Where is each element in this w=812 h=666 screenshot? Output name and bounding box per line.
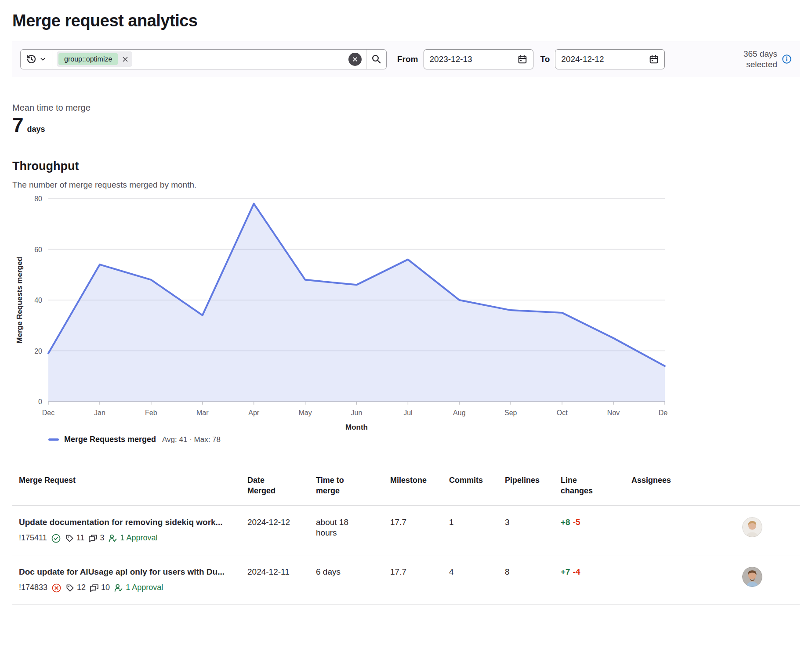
from-date-value: 2023-12-13 xyxy=(430,54,472,64)
additions: +8 xyxy=(561,518,570,527)
calendar-icon xyxy=(518,54,527,64)
assignee-avatar[interactable] xyxy=(742,567,762,587)
label-tag-icon xyxy=(65,534,74,543)
comments-icon xyxy=(90,583,99,593)
throughput-description: The number of merge requests merged by m… xyxy=(12,180,800,190)
svg-text:Feb: Feb xyxy=(145,409,157,416)
svg-text:40: 40 xyxy=(34,297,42,304)
col-header-date-merged: Date Merged xyxy=(241,469,309,505)
approvals-badge: 1 Approval xyxy=(114,583,163,593)
svg-text:Mar: Mar xyxy=(196,409,209,416)
history-icon xyxy=(26,54,36,64)
col-header-pipelines: Pipelines xyxy=(498,469,554,505)
approval-user-check-icon xyxy=(114,583,123,593)
filter-token[interactable]: group::optimize xyxy=(57,51,132,67)
chart-legend[interactable]: Merge Requests merged Avg: 41 · Max: 78 xyxy=(48,435,800,444)
throughput-area-chart: 020406080DecJanFebMarAprMayJunJulAugSepO… xyxy=(12,192,668,432)
mr-title-link[interactable]: Update documentation for removing sideki… xyxy=(19,517,236,528)
assignee-avatar[interactable] xyxy=(742,517,762,537)
svg-text:Merge Requests merged: Merge Requests merged xyxy=(15,257,24,343)
col-header-milestone: Milestone xyxy=(384,469,442,505)
mr-id: !174833 xyxy=(19,583,47,593)
svg-text:Jun: Jun xyxy=(351,409,362,416)
col-header-merge-request: Merge Request xyxy=(12,469,241,505)
comments-count: 3 xyxy=(100,533,104,543)
approval-user-check-icon xyxy=(108,534,117,543)
svg-text:Aug: Aug xyxy=(453,409,465,416)
svg-text:20: 20 xyxy=(34,347,42,355)
days-selected-text: 365 days selected xyxy=(743,49,777,70)
time-to-merge-cell: 6 days xyxy=(309,555,384,604)
milestone-cell[interactable]: 17.7 xyxy=(384,555,442,604)
search-icon xyxy=(371,54,381,64)
close-icon xyxy=(122,56,129,63)
labels-count: 12 xyxy=(77,583,86,593)
time-to-merge-cell: about 18 hours xyxy=(309,505,384,555)
filtered-search: group::optimize xyxy=(20,49,387,69)
additions: +7 xyxy=(561,567,570,576)
col-header-commits: Commits xyxy=(442,469,498,505)
legend-series-stats: Avg: 41 · Max: 78 xyxy=(162,435,221,444)
pipelines-cell: 8 xyxy=(498,555,554,604)
merge-requests-table: Merge Request Date Merged Time to merge … xyxy=(12,469,800,605)
approvals-count: 1 Approval xyxy=(120,533,157,543)
chevron-down-icon xyxy=(40,56,46,62)
calendar-icon xyxy=(649,54,659,64)
label-tag-icon xyxy=(65,583,75,593)
line-changes-cell: +8-5 xyxy=(554,505,625,555)
labels-count: 11 xyxy=(76,533,85,543)
svg-text:Jan: Jan xyxy=(94,409,105,416)
mr-title-link[interactable]: Doc update for AiUsage api only for user… xyxy=(19,567,236,578)
metric-unit: days xyxy=(27,125,45,134)
search-input[interactable]: group::optimize xyxy=(52,50,366,69)
svg-text:May: May xyxy=(298,409,312,416)
line-changes-cell: +7-4 xyxy=(554,555,625,604)
to-date-value: 2024-12-12 xyxy=(561,54,604,64)
clear-circle-x-icon xyxy=(352,56,358,62)
days-selected: 365 days selected xyxy=(743,49,792,70)
from-label: From xyxy=(397,54,418,64)
history-button[interactable] xyxy=(21,50,52,69)
svg-text:Apr: Apr xyxy=(248,409,260,416)
deletions: -5 xyxy=(573,518,580,527)
col-header-time-to-merge: Time to merge xyxy=(309,469,384,505)
mean-time-to-merge-metric: Mean time to merge 7 days xyxy=(12,103,800,136)
to-date-input[interactable]: 2024-12-12 xyxy=(555,49,665,69)
page-title: Merge request analytics xyxy=(12,0,800,41)
table-row: Doc update for AiUsage api only for user… xyxy=(12,555,800,604)
filter-bar: group::optimize xyxy=(12,41,800,77)
date-merged-cell: 2024-12-12 xyxy=(241,505,309,555)
svg-text:0: 0 xyxy=(38,398,42,405)
comments-icon xyxy=(88,534,98,543)
svg-text:Jul: Jul xyxy=(403,409,412,416)
commits-cell: 4 xyxy=(442,555,498,604)
throughput-chart-container: 020406080DecJanFebMarAprMayJunJulAugSepO… xyxy=(12,192,800,444)
milestone-cell[interactable]: 17.7 xyxy=(384,505,442,555)
merge-request-analytics-page: Merge request analytics group::optimize xyxy=(0,0,812,666)
from-date-input[interactable]: 2023-12-13 xyxy=(424,49,533,69)
legend-series-swatch xyxy=(48,438,59,441)
throughput-heading: Throughput xyxy=(12,159,800,173)
col-header-assignees: Assignees xyxy=(625,469,800,505)
clear-search-button[interactable] xyxy=(348,53,362,66)
metric-label: Mean time to merge xyxy=(12,103,800,113)
table-header-row: Merge Request Date Merged Time to merge … xyxy=(12,469,800,505)
info-icon[interactable] xyxy=(782,54,792,64)
search-button[interactable] xyxy=(366,50,386,69)
svg-text:Nov: Nov xyxy=(607,409,620,416)
col-header-line-changes: Line changes xyxy=(554,469,625,505)
comments-count: 10 xyxy=(101,583,110,593)
svg-text:Dec: Dec xyxy=(659,409,668,416)
throughput-section: Throughput The number of merge requests … xyxy=(12,159,800,444)
check-circle-icon xyxy=(51,533,61,543)
svg-text:Month: Month xyxy=(345,423,368,431)
date-merged-cell: 2024-12-11 xyxy=(241,555,309,604)
pipelines-cell: 3 xyxy=(498,505,554,555)
x-circle-icon xyxy=(51,583,62,593)
legend-series-label: Merge Requests merged xyxy=(64,435,156,444)
svg-text:80: 80 xyxy=(34,195,42,203)
token-close-button[interactable] xyxy=(122,56,129,63)
svg-text:Sep: Sep xyxy=(504,409,517,416)
commits-cell: 1 xyxy=(442,505,498,555)
assignees-cell xyxy=(625,555,800,604)
